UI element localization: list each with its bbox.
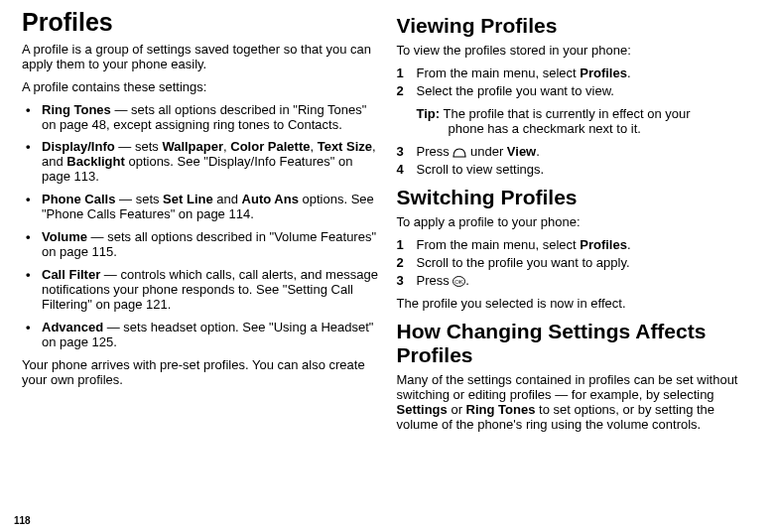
bullet-text: Text Size [318,139,372,154]
step-item: 2 Select the profile you want to view. [397,84,756,99]
heading-affects-profiles: How Changing Settings Affects Profiles [397,320,756,367]
heading-viewing-profiles: Viewing Profiles [397,14,756,38]
bullet-text: Wallpaper [162,139,223,154]
step-text: Profiles [580,66,627,80]
step-text: From the main menu, select [417,237,581,252]
affects-paragraph: Many of the settings contained in profil… [397,373,756,433]
bullet-call-filter: Call Filter — controls which calls, call… [22,268,381,313]
bullet-text: Backlight [66,154,125,169]
tip-text-cont: phone has a checkmark next to it. [417,122,756,137]
step-body: Press under View. [417,145,756,160]
step-number: 4 [397,163,417,178]
switch-steps-list: 1 From the main menu, select Profiles. 2… [397,238,756,289]
tip-block: Tip: The profile that is currently in ef… [397,107,756,137]
bullet-display-info: Display/Info — sets Wallpaper, Color Pal… [22,140,381,185]
bullet-lead: Ring Tones [42,102,111,117]
bullet-text: and [213,192,242,206]
affects-text: or [448,402,466,417]
svg-text:OK: OK [455,279,464,285]
manual-page: Profiles A profile is a group of setting… [0,0,777,532]
switch-outro: The profile you selected is now in effec… [397,297,756,312]
bullet-text: Color Palette [230,139,310,154]
step-number: 3 [397,274,417,289]
page-number: 118 [14,515,31,527]
step-number: 1 [397,66,417,81]
step-text: From the main menu, select [417,66,581,80]
bullet-text: Auto Ans [242,192,299,206]
ok-key-icon: OK [453,274,465,289]
view-steps-list: 1 From the main menu, select Profiles. 2… [397,66,756,99]
bullet-ring-tones: Ring Tones — sets all options described … [22,103,381,133]
step-item: 1 From the main menu, select Profiles. [397,66,756,81]
step-body: Select the profile you want to view. [417,84,756,99]
step-text: Profiles [580,237,627,252]
affects-text: Settings [397,402,448,417]
bullet-lead: Phone Calls [42,192,115,206]
bullet-text: — sets [115,139,163,154]
step-item: 1 From the main menu, select Profiles. [397,238,756,253]
right-column: Viewing Profiles To view the profiles st… [389,8,764,532]
bullet-text: , [310,139,317,154]
step-item: 2 Scroll to the profile you want to appl… [397,256,756,271]
affects-text: Ring Tones [466,402,536,417]
bullet-volume: Volume — sets all options described in "… [22,230,381,260]
step-number: 2 [397,256,417,271]
step-body: Scroll to the profile you want to apply. [417,256,756,271]
step-number: 1 [397,238,417,253]
step-text: Press [417,273,453,288]
switch-intro: To apply a profile to your phone: [397,215,756,230]
intro-paragraph-1: A profile is a group of settings saved t… [22,43,381,72]
step-text: . [627,237,631,252]
bullet-lead: Call Filter [42,267,100,282]
heading-switching-profiles: Switching Profiles [397,186,756,209]
step-item: 3 Press under View. [397,145,756,160]
step-text: . [627,66,631,80]
step-item: 4 Scroll to view settings. [397,163,756,178]
view-steps-list-2: 3 Press under View. 4 Scroll to view set… [397,145,756,178]
step-text: . [536,144,540,159]
tip-text: The profile that is currently in effect … [440,106,690,121]
settings-bullet-list: Ring Tones — sets all options described … [22,103,381,350]
step-text: Press [417,144,453,159]
page-title: Profiles [22,8,381,37]
step-number: 3 [397,145,417,160]
step-text: . [465,273,469,288]
left-column: Profiles A profile is a group of setting… [14,8,389,532]
outro-paragraph: Your phone arrives with pre-set profiles… [22,358,381,388]
bullet-lead: Advanced [42,320,103,334]
step-body: From the main menu, select Profiles. [417,66,756,81]
affects-text: Many of the settings contained in profil… [397,372,738,402]
step-text: View [507,144,536,159]
step-body: Press OK. [417,274,756,289]
bullet-text: — sets all options described in "Volume … [42,229,376,259]
step-text: under [466,144,506,159]
intro-paragraph-2: A profile contains these settings: [22,80,381,95]
view-intro: To view the profiles stored in your phon… [397,44,756,59]
step-number: 2 [397,84,417,99]
bullet-text: Set Line [163,192,213,206]
tip-label: Tip: [417,106,441,121]
bullet-lead: Volume [42,229,87,244]
bullet-advanced: Advanced — sets headset option. See "Usi… [22,321,381,350]
step-item: 3 Press OK. [397,274,756,289]
bullet-lead: Display/Info [42,139,115,154]
step-body: Scroll to view settings. [417,163,756,178]
softkey-icon [453,145,466,160]
bullet-phone-calls: Phone Calls — sets Set Line and Auto Ans… [22,193,381,222]
step-body: From the main menu, select Profiles. [417,238,756,253]
bullet-text: — sets [115,192,163,206]
